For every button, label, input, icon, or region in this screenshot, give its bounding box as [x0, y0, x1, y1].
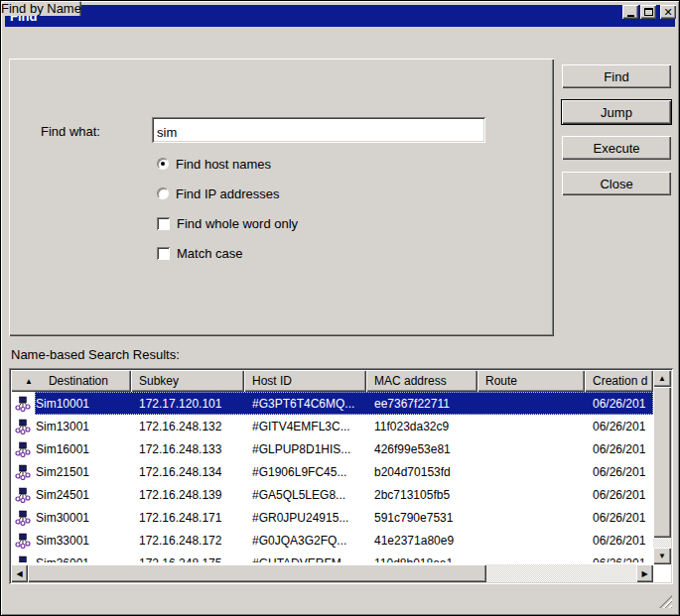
results-label: Name-based Search Results: [11, 347, 180, 362]
cell-subkey: 172.16.248.133 [131, 442, 244, 456]
cell-creation: 06/26/201 [585, 397, 653, 411]
resize-grip[interactable] [659, 595, 672, 608]
radio-find-ip-addresses[interactable]: Find IP addresses [157, 185, 280, 201]
checkbox-label: Find whole word only [177, 216, 298, 231]
jump-button[interactable]: Jump [562, 100, 671, 124]
find-button[interactable]: Find [562, 64, 671, 88]
scroll-down-button[interactable]: ▼ [653, 548, 671, 564]
checkbox-icon[interactable] [157, 247, 170, 260]
column-label: Route [485, 374, 517, 388]
maximize-icon [644, 8, 653, 16]
cell-mac-address: 41e2371a80e9 [366, 534, 477, 548]
execute-button[interactable]: Execute [562, 136, 671, 160]
column-header-host-id[interactable]: Host ID [244, 370, 366, 392]
close-button[interactable]: Close [562, 172, 671, 195]
host-icon [11, 437, 35, 460]
minimize-button[interactable] [622, 5, 638, 19]
radio-label: Find IP addresses [176, 186, 280, 201]
cell-subkey: 172.16.248.175 [131, 556, 244, 563]
tab-page [9, 59, 554, 336]
radio-button-icon[interactable] [157, 187, 169, 199]
table-row[interactable]: Sim33001 172.16.248.172 #G0JQA3G2FQ... 4… [11, 529, 653, 552]
minimize-icon [627, 15, 634, 17]
cell-mac-address: 2bc713105fb5 [366, 488, 477, 502]
close-icon: ✕ [663, 7, 672, 17]
column-header-route[interactable]: Route [477, 370, 585, 392]
cell-host-id: #GHTADVERFM... [244, 556, 366, 563]
checkbox-icon[interactable] [157, 217, 170, 230]
vertical-scrollbar[interactable]: ▲ ▼ [653, 370, 671, 564]
cell-subkey: 172.16.248.172 [131, 534, 244, 548]
radio-label: Find host names [176, 157, 271, 172]
scroll-right-button[interactable]: ▶ [636, 564, 653, 582]
horizontal-scrollbar[interactable]: ◀ ▶ [11, 564, 653, 582]
column-label: MAC address [374, 374, 447, 388]
column-label: Creation d [593, 374, 647, 388]
column-header-destination[interactable]: ▲ Destination [11, 370, 131, 392]
cell-host-id: #GR0JPU24915... [244, 511, 366, 525]
table-row[interactable]: Sim30001 172.16.248.171 #GR0JPU24915... … [11, 506, 653, 529]
host-icon [11, 552, 35, 562]
results-table: ▲ Destination Subkey Host ID MAC address… [9, 368, 673, 584]
host-icon [11, 506, 35, 529]
host-icon [11, 415, 35, 437]
cell-destination: Sim24501 [35, 488, 131, 502]
cell-creation: 06/26/201 [585, 534, 653, 548]
table-row[interactable]: Sim16001 172.16.248.133 #GLPUP8D1HIS... … [11, 437, 653, 460]
scroll-up-button[interactable]: ▲ [653, 370, 671, 387]
column-label: Destination [49, 374, 108, 388]
host-icon [11, 483, 35, 506]
scroll-left-button[interactable]: ◀ [11, 564, 28, 582]
cell-creation: 06/26/201 [585, 488, 653, 502]
column-header-creation[interactable]: Creation d [585, 370, 653, 392]
row-content: Sim10001 172.17.120.101 #G3PT6T4C6MQ... … [35, 392, 653, 415]
row-content: Sim21501 172.16.248.134 #G1906L9FC45... … [35, 460, 653, 483]
sort-ascending-icon: ▲ [25, 377, 33, 386]
cell-creation: 06/26/201 [585, 420, 653, 433]
table-row[interactable]: Sim13001 172.16.248.132 #GITV4EMFL3C... … [11, 415, 653, 437]
table-header: ▲ Destination Subkey Host ID MAC address… [11, 370, 653, 392]
horizontal-scroll-thumb[interactable] [28, 564, 486, 582]
cell-subkey: 172.16.248.132 [131, 420, 244, 433]
column-label: Host ID [252, 374, 292, 388]
host-icon [11, 460, 35, 483]
table-row[interactable]: Sim36001 172.16.248.175 #GHTADVERFM... 1… [11, 552, 653, 562]
cell-mac-address: b204d70153fd [366, 465, 477, 479]
title-bar[interactable]: Find [5, 5, 675, 27]
row-content: Sim30001 172.16.248.171 #GR0JPU24915... … [35, 506, 653, 529]
column-header-subkey[interactable]: Subkey [131, 370, 244, 392]
table-row[interactable]: Sim10001 172.17.120.101 #G3PT6T4C6MQ... … [11, 392, 653, 415]
cell-creation: 06/26/201 [585, 511, 653, 525]
radio-button-icon[interactable] [157, 158, 169, 170]
cell-destination: Sim21501 [35, 465, 131, 479]
cell-mac-address: 426f99e53e81 [366, 442, 477, 456]
cell-destination: Sim10001 [35, 397, 131, 411]
row-content: Sim13001 172.16.248.132 #GITV4EMFL3C... … [35, 415, 653, 437]
row-content: Sim16001 172.16.248.133 #GLPUP8D1HIS... … [35, 437, 653, 460]
cell-destination: Sim33001 [35, 534, 131, 548]
tab-find-by-name[interactable]: Find by Name [1, 1, 81, 16]
results-rows: Sim10001 172.17.120.101 #G3PT6T4C6MQ... … [11, 392, 653, 562]
cell-creation: 06/26/201 [585, 556, 653, 563]
cell-mac-address: 11f023da32c9 [366, 420, 477, 433]
cell-subkey: 172.16.248.134 [131, 465, 244, 479]
host-icon [11, 529, 35, 552]
checkbox-find-whole-word[interactable]: Find whole word only [157, 215, 298, 231]
window-controls: ✕ [622, 5, 676, 19]
vertical-scroll-thumb[interactable] [653, 387, 671, 538]
cell-host-id: #GITV4EMFL3C... [244, 420, 366, 433]
cell-destination: Sim13001 [35, 420, 131, 433]
find-dialog: Find ✕ Find by Name Find by Dates Find w… [0, 0, 680, 616]
cell-destination: Sim36001 [35, 556, 131, 563]
table-row[interactable]: Sim21501 172.16.248.134 #G1906L9FC45... … [11, 460, 653, 483]
column-header-mac-address[interactable]: MAC address [366, 370, 477, 392]
checkbox-match-case[interactable]: Match case [157, 245, 242, 261]
close-window-button[interactable]: ✕ [660, 5, 676, 19]
cell-creation: 06/26/201 [585, 465, 653, 479]
find-what-input[interactable] [152, 117, 485, 143]
cell-subkey: 172.17.120.101 [131, 397, 244, 411]
maximize-button[interactable] [640, 5, 656, 19]
table-row[interactable]: Sim24501 172.16.248.139 #GA5QL5LEG8... 2… [11, 483, 653, 506]
checkbox-label: Match case [177, 246, 242, 261]
radio-find-host-names[interactable]: Find host names [157, 156, 271, 172]
